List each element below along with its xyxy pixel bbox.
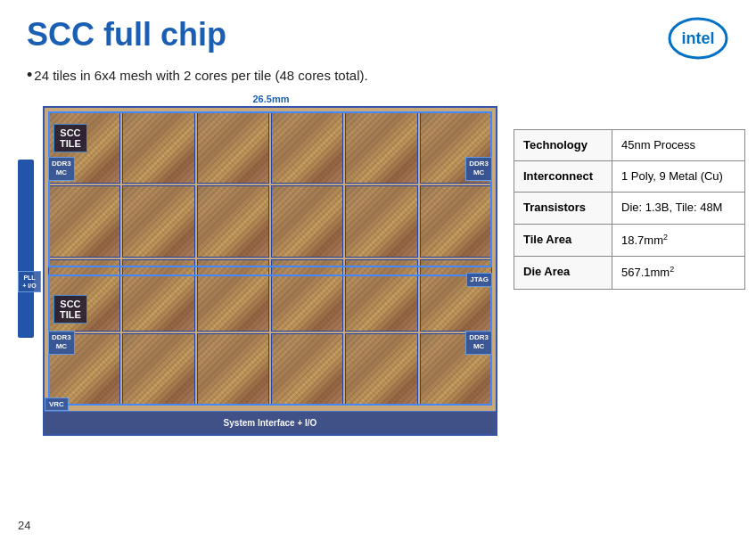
specs-panel: Technology45nm ProcessInterconnect1 Poly… xyxy=(514,94,745,436)
specs-label: Tile Area xyxy=(514,224,612,257)
ddr3-mc-tr: DDR3MC xyxy=(465,157,492,181)
chip-wrapper: 26.5mm PLL + I/O xyxy=(18,94,497,436)
chip-grid xyxy=(45,108,496,409)
specs-label: Transistors xyxy=(514,193,612,224)
intel-logo: intel xyxy=(667,16,729,61)
chip-tile xyxy=(420,185,492,258)
dimension-label: 26.5mm xyxy=(45,94,497,104)
chip-tile xyxy=(197,259,269,332)
specs-table: Technology45nm ProcessInterconnect1 Poly… xyxy=(514,129,745,290)
left-blue-bar xyxy=(18,160,34,338)
jtag-label: JTAG xyxy=(466,273,492,287)
specs-label: Technology xyxy=(514,130,612,161)
bullet-point: • xyxy=(27,66,32,84)
chip-tile xyxy=(345,333,417,406)
chip-tile xyxy=(345,259,417,332)
chip-diagram: 26.5mm PLL + I/O xyxy=(18,94,499,436)
specs-value: Die: 1.3B, Tile: 48M xyxy=(612,193,745,224)
specs-label: Interconnect xyxy=(514,161,612,193)
chip-tile xyxy=(271,185,343,258)
chip-tile xyxy=(345,111,417,184)
ddr3-mc-tl: DDR3MC xyxy=(48,157,75,181)
chip-tile xyxy=(48,185,120,258)
chip-tile xyxy=(271,333,343,406)
ddr3-mc-bl: DDR3MC xyxy=(48,331,75,355)
specs-label: Die Area xyxy=(514,257,612,290)
specs-row: TransistorsDie: 1.3B, Tile: 48M xyxy=(514,193,745,224)
specs-value: 567.1mm2 xyxy=(612,257,745,290)
chip-tile xyxy=(122,259,194,332)
page-title: SCC full chip xyxy=(27,16,226,53)
chip-body: SCCTILE SCCTILE DDR3MC DDR3MC DDR3MC DDR… xyxy=(43,106,497,436)
chip-tile xyxy=(122,333,194,406)
left-side: PLL + I/O xyxy=(18,106,43,436)
vrc-label: VRC xyxy=(45,398,69,411)
chip-tile xyxy=(345,185,417,258)
chip-tile xyxy=(122,185,194,258)
chip-tile xyxy=(197,111,269,184)
system-interface-bar: System Interface + I/O xyxy=(45,411,496,434)
ddr3-mc-br: DDR3MC xyxy=(465,331,492,355)
subtitle: •24 tiles in 6x4 mesh with 2 cores per t… xyxy=(0,66,756,94)
pll-io-label: PLL + I/O xyxy=(18,271,41,292)
specs-value: 45nm Process xyxy=(612,130,745,161)
content-area: 26.5mm PLL + I/O xyxy=(0,94,756,436)
specs-row: Interconnect1 Poly, 9 Metal (Cu) xyxy=(514,161,745,193)
chip-tile xyxy=(271,111,343,184)
specs-row: Tile Area18.7mm2 xyxy=(514,224,745,257)
chip-tile xyxy=(122,111,194,184)
scc-tile-top-label: SCCTILE xyxy=(53,124,87,152)
page-number: 24 xyxy=(18,519,30,532)
chip-tile xyxy=(197,185,269,258)
scc-tile-bottom-label: SCCTILE xyxy=(53,295,87,324)
header: SCC full chip intel xyxy=(0,0,756,66)
specs-value: 1 Poly, 9 Metal (Cu) xyxy=(612,161,745,193)
specs-row: Technology45nm Process xyxy=(514,130,745,161)
chip-tile xyxy=(197,333,269,406)
chip-main: PLL + I/O xyxy=(18,106,497,436)
chip-tile xyxy=(271,259,343,332)
specs-row: Die Area567.1mm2 xyxy=(514,257,745,290)
specs-value: 18.7mm2 xyxy=(612,224,745,257)
chip-tile xyxy=(420,259,492,332)
svg-text:intel: intel xyxy=(681,29,714,47)
